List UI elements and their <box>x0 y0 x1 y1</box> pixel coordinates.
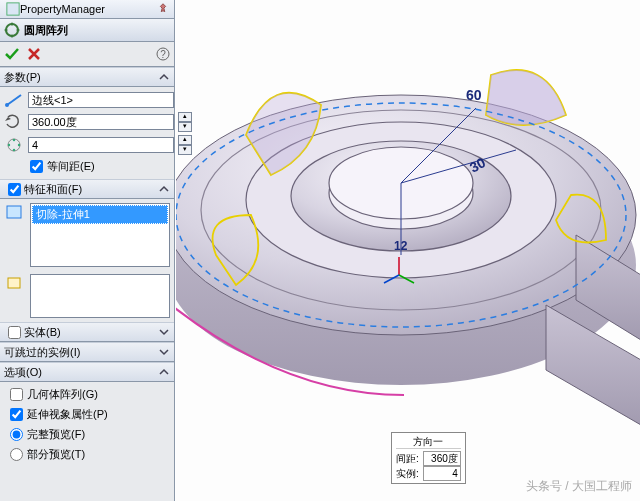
face-select-icon <box>5 275 25 291</box>
options-header-text: 选项(O) <box>4 365 42 380</box>
equal-spacing-label: 等间距(E) <box>47 159 95 174</box>
svg-point-27 <box>13 149 15 151</box>
reverse-direction-icon[interactable] <box>4 114 24 130</box>
cancel-button[interactable] <box>26 46 42 62</box>
equal-spacing-checkbox[interactable] <box>30 160 43 173</box>
features-faces-body: 切除-拉伸1 <box>0 199 174 322</box>
callout-spacing-label: 间距: <box>396 452 419 465</box>
axis-icon <box>4 92 24 108</box>
pushpin-icon[interactable] <box>156 2 170 16</box>
property-manager-panel: PropertyManager 圆周阵列 ? 参数(P) ▴▾ ▴▾ <box>0 0 175 501</box>
svg-point-17 <box>17 29 20 32</box>
count-spinner[interactable]: ▴▾ <box>178 135 192 155</box>
dim-60: 60 <box>466 87 482 103</box>
bodies-header-text: 实体(B) <box>24 325 61 340</box>
chevron-down-icon[interactable] <box>158 346 170 358</box>
faces-listbox[interactable] <box>30 274 170 318</box>
features-faces-checkbox[interactable] <box>8 183 21 196</box>
propagate-vis-checkbox[interactable] <box>10 408 23 421</box>
svg-point-16 <box>11 23 14 26</box>
features-faces-header-text: 特征和面(F) <box>24 182 82 197</box>
chevron-up-icon[interactable] <box>158 71 170 83</box>
callout-title: 方向一 <box>413 435 443 448</box>
propagate-vis-label: 延伸视象属性(P) <box>27 407 108 422</box>
feature-select-icon <box>5 204 25 220</box>
svg-point-23 <box>5 103 9 107</box>
help-icon[interactable]: ? <box>156 47 170 61</box>
svg-text:?: ? <box>160 49 166 60</box>
skip-header-text: 可跳过的实例(I) <box>4 345 80 360</box>
svg-rect-29 <box>7 206 21 218</box>
feature-item[interactable]: 切除-拉伸1 <box>32 205 168 224</box>
full-preview-label: 完整预览(F) <box>27 427 85 442</box>
svg-line-22 <box>7 95 21 105</box>
full-preview-radio[interactable] <box>10 428 23 441</box>
count-input[interactable] <box>28 137 174 153</box>
skip-header[interactable]: 可跳过的实例(I) <box>0 342 174 362</box>
dim-12: 12 <box>394 239 408 253</box>
feature-title: 圆周阵列 <box>0 19 174 42</box>
chevron-up-icon[interactable] <box>158 366 170 378</box>
svg-rect-30 <box>8 278 20 288</box>
watermark: 头条号 / 大国工程师 <box>526 478 632 495</box>
pm-titlebar: PropertyManager <box>0 0 174 19</box>
params-header[interactable]: 参数(P) <box>0 67 174 87</box>
instances-icon <box>4 137 24 153</box>
svg-point-15 <box>6 24 18 36</box>
bodies-header[interactable]: 实体(B) <box>0 322 174 342</box>
callout-instances-label: 实例: <box>396 467 419 480</box>
geom-pattern-checkbox[interactable] <box>10 388 23 401</box>
svg-point-28 <box>8 144 10 146</box>
features-listbox[interactable]: 切除-拉伸1 <box>30 203 170 267</box>
callout-instances-value[interactable]: 4 <box>423 466 461 481</box>
chevron-up-icon[interactable] <box>158 183 170 195</box>
svg-point-18 <box>11 35 14 38</box>
partial-preview-label: 部分预览(T) <box>27 447 85 462</box>
pm-icon <box>6 2 20 16</box>
svg-point-19 <box>5 29 8 32</box>
svg-rect-14 <box>7 3 19 15</box>
angle-input[interactable] <box>28 114 174 130</box>
angle-spinner[interactable]: ▴▾ <box>178 112 192 132</box>
params-header-text: 参数(P) <box>4 70 41 85</box>
pm-title-text: PropertyManager <box>20 3 154 15</box>
features-faces-header[interactable]: 特征和面(F) <box>0 179 174 199</box>
options-body: 几何体阵列(G) 延伸视象属性(P) 完整预览(F) 部分预览(T) <box>0 382 174 467</box>
circular-pattern-icon <box>4 22 20 38</box>
callout-spacing-value[interactable]: 360度 <box>423 451 461 466</box>
chevron-down-icon[interactable] <box>158 326 170 338</box>
options-header[interactable]: 选项(O) <box>0 362 174 382</box>
model-canvas: 60 30 12 <box>176 0 640 501</box>
params-body: ▴▾ ▴▾ 等间距(E) <box>0 87 174 179</box>
svg-point-26 <box>18 144 20 146</box>
pattern-callout[interactable]: 方向一 间距:360度 实例:4 <box>391 432 466 484</box>
bodies-checkbox[interactable] <box>8 326 21 339</box>
confirm-row: ? <box>0 42 174 67</box>
svg-point-25 <box>13 139 15 141</box>
partial-preview-radio[interactable] <box>10 448 23 461</box>
feature-title-text: 圆周阵列 <box>24 23 68 38</box>
axis-input[interactable] <box>28 92 174 108</box>
geom-pattern-label: 几何体阵列(G) <box>27 387 98 402</box>
ok-button[interactable] <box>4 46 20 62</box>
3d-viewport[interactable]: 60 30 12 方向一 间距:360度 实例:4 头条号 / 大国工程师 <box>176 0 640 501</box>
